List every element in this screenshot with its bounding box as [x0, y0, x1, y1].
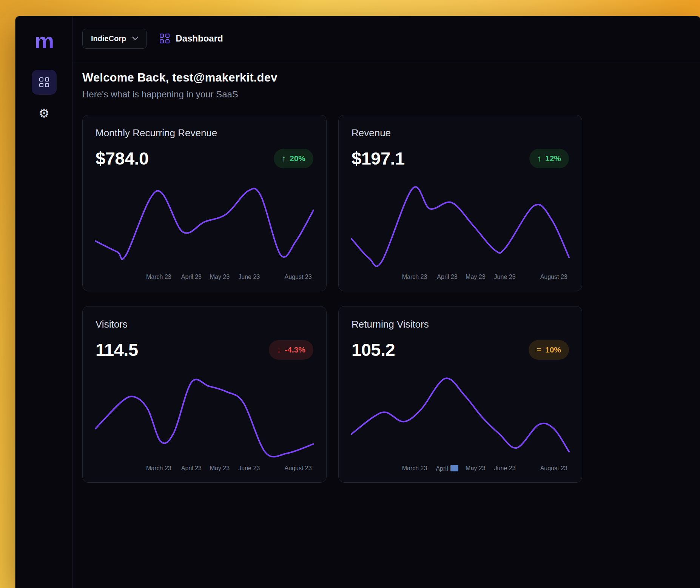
trend-badge: = 10%: [529, 340, 569, 360]
x-axis-label: August 23: [540, 274, 567, 280]
x-axis-label: August 23: [540, 465, 567, 472]
metric-value: 114.5: [96, 339, 138, 360]
main-panel: Welcome Back, test@makerkit.dev Here's w…: [73, 61, 700, 588]
stat-card-returning-visitors: Returning Visitors 105.2 = 10% March 23 …: [338, 306, 582, 483]
stats-grid: Monthly Recurring Revenue $784.0 ↑ 20% M…: [82, 115, 691, 483]
sidebar: m ⚙: [15, 16, 73, 588]
selected-text-highlight: [450, 465, 458, 471]
x-axis-label: March 23: [146, 465, 171, 472]
x-axis-label: May 23: [466, 465, 485, 472]
x-axis-label: March 23: [402, 465, 427, 472]
x-axis: March 23 April May 23 June 23 August 23: [352, 465, 569, 473]
x-axis-label: May 23: [466, 274, 485, 280]
trend-badge: ↑ 12%: [529, 149, 569, 168]
line-chart: [352, 184, 569, 268]
app-logo: m: [35, 30, 54, 52]
org-selector-button[interactable]: IndieCorp: [82, 29, 147, 49]
chart-line: [96, 189, 313, 259]
welcome-title: Welcome Back, test@makerkit.dev: [82, 71, 691, 85]
desktop-background: { "app": { "logo_text": "m", "org_select…: [0, 0, 700, 588]
app-window: m ⚙ IndieCorp Dashboard Welcome Back, te…: [15, 16, 700, 588]
gear-icon: ⚙: [39, 107, 49, 119]
chart-line: [352, 187, 569, 266]
x-axis-label: June 23: [238, 465, 260, 472]
metric-value: 105.2: [352, 339, 395, 360]
chart-line: [352, 378, 569, 452]
trend-value: -4.3%: [285, 345, 305, 354]
line-chart-svg: [352, 184, 569, 268]
welcome-subtitle: Here's what is happening in your SaaS: [82, 89, 691, 100]
metric-value: $784.0: [96, 148, 149, 169]
x-axis-label: June 23: [238, 274, 260, 280]
line-chart-svg: [96, 375, 313, 459]
org-selector-label: IndieCorp: [91, 34, 126, 43]
trend-up-icon: ↑: [282, 154, 286, 163]
x-axis: March 23 April 23 May 23 June 23 August …: [96, 465, 313, 473]
page-heading: Dashboard: [160, 33, 223, 44]
line-chart: [352, 375, 569, 459]
x-axis-label: June 23: [494, 465, 516, 472]
x-axis-label: April: [436, 465, 458, 472]
trend-value: 20%: [290, 154, 305, 163]
x-axis-label: May 23: [210, 465, 230, 472]
card-title: Visitors: [96, 319, 313, 330]
x-axis-label: March 23: [402, 274, 427, 280]
x-axis: March 23 April 23 May 23 June 23 August …: [96, 274, 313, 282]
x-axis-label-text: April: [436, 465, 448, 472]
card-title: Revenue: [352, 127, 569, 139]
content-area: IndieCorp Dashboard Welcome Back, test@m…: [73, 16, 700, 588]
x-axis-label: May 23: [210, 274, 230, 280]
trend-value: 10%: [545, 345, 561, 354]
line-chart: [96, 184, 313, 268]
trend-down-icon: ↓: [277, 345, 281, 355]
line-chart-svg: [96, 184, 313, 268]
chevron-down-icon: [132, 37, 138, 40]
trend-badge: ↑ 20%: [274, 149, 313, 168]
trend-neutral-icon: =: [537, 345, 541, 355]
card-title: Monthly Recurring Revenue: [96, 127, 313, 139]
x-axis-label: April 23: [181, 465, 202, 472]
x-axis: March 23 April 23 May 23 June 23 August …: [352, 274, 569, 282]
dashboard-icon: [160, 34, 170, 43]
metric-value: $197.1: [352, 148, 405, 169]
stat-card-mrr: Monthly Recurring Revenue $784.0 ↑ 20% M…: [82, 115, 327, 291]
trend-value: 12%: [545, 154, 561, 163]
sidebar-item-dashboard[interactable]: [32, 70, 57, 95]
stat-card-visitors: Visitors 114.5 ↓ -4.3% March 23 April 23: [82, 306, 327, 483]
trend-up-icon: ↑: [537, 154, 541, 163]
dashboard-grid-icon: [39, 77, 49, 87]
card-title: Returning Visitors: [352, 319, 569, 330]
sidebar-item-settings[interactable]: ⚙: [32, 101, 57, 126]
trend-badge: ↓ -4.3%: [269, 340, 313, 360]
x-axis-label: August 23: [285, 274, 312, 280]
top-bar: IndieCorp Dashboard: [73, 16, 700, 61]
chart-line: [96, 379, 313, 457]
x-axis-label: April 23: [181, 274, 202, 280]
line-chart-svg: [352, 375, 569, 459]
line-chart: [96, 375, 313, 459]
x-axis-label: March 23: [146, 274, 171, 280]
x-axis-label: June 23: [494, 274, 516, 280]
stat-card-revenue: Revenue $197.1 ↑ 12% March 23 April 23: [338, 115, 582, 291]
x-axis-label: August 23: [285, 465, 312, 472]
x-axis-label: April 23: [437, 274, 457, 280]
page-title: Dashboard: [176, 33, 223, 44]
